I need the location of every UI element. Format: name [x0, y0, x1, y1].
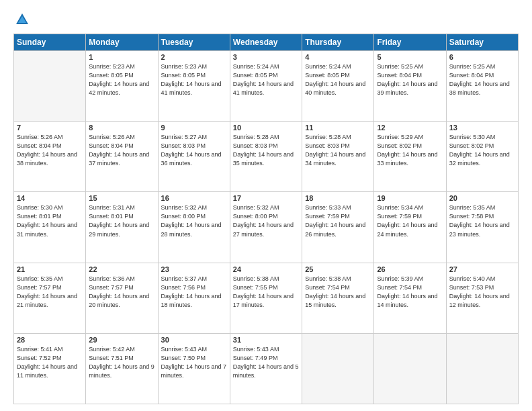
day-info: Sunrise: 5:32 AM Sunset: 8:00 PM Dayligh… — [161, 203, 227, 238]
day-info: Sunrise: 5:37 AM Sunset: 7:56 PM Dayligh… — [161, 275, 227, 310]
day-info: Sunrise: 5:33 AM Sunset: 7:59 PM Dayligh… — [305, 203, 371, 238]
day-cell: 11 Sunrise: 5:28 AM Sunset: 8:03 PM Dayl… — [302, 122, 374, 192]
day-number: 26 — [377, 265, 443, 273]
day-info: Sunrise: 5:23 AM Sunset: 8:05 PM Dayligh… — [89, 62, 154, 97]
day-info: Sunrise: 5:29 AM Sunset: 8:02 PM Dayligh… — [377, 133, 443, 168]
day-number: 28 — [17, 336, 83, 344]
day-number: 3 — [233, 53, 299, 61]
day-cell: 12 Sunrise: 5:29 AM Sunset: 8:02 PM Dayl… — [374, 122, 446, 192]
logo — [13, 12, 30, 27]
day-number: 31 — [233, 336, 299, 344]
week-row-3: 14 Sunrise: 5:30 AM Sunset: 8:01 PM Dayl… — [14, 192, 519, 263]
day-cell: 8 Sunrise: 5:26 AM Sunset: 8:04 PM Dayli… — [86, 122, 158, 192]
day-info: Sunrise: 5:28 AM Sunset: 8:03 PM Dayligh… — [305, 133, 371, 168]
calendar-table: SundayMondayTuesdayWednesdayThursdayFrid… — [13, 34, 519, 404]
day-info: Sunrise: 5:35 AM Sunset: 7:57 PM Dayligh… — [17, 275, 83, 310]
day-number: 17 — [233, 194, 299, 202]
day-cell: 22 Sunrise: 5:36 AM Sunset: 7:57 PM Dayl… — [86, 263, 158, 333]
day-info: Sunrise: 5:36 AM Sunset: 7:57 PM Dayligh… — [89, 275, 154, 310]
day-number: 15 — [89, 194, 154, 202]
day-info: Sunrise: 5:42 AM Sunset: 7:51 PM Dayligh… — [89, 345, 154, 380]
day-number: 22 — [89, 265, 154, 273]
day-cell: 5 Sunrise: 5:25 AM Sunset: 8:04 PM Dayli… — [374, 51, 446, 122]
day-number: 30 — [161, 336, 227, 344]
day-number: 1 — [89, 53, 154, 61]
day-cell: 14 Sunrise: 5:30 AM Sunset: 8:01 PM Dayl… — [14, 192, 86, 263]
day-cell — [302, 333, 374, 404]
day-number: 13 — [449, 124, 515, 132]
day-info: Sunrise: 5:23 AM Sunset: 8:05 PM Dayligh… — [161, 62, 227, 97]
day-cell: 10 Sunrise: 5:28 AM Sunset: 8:03 PM Dayl… — [230, 122, 302, 192]
day-cell: 15 Sunrise: 5:31 AM Sunset: 8:01 PM Dayl… — [86, 192, 158, 263]
day-cell: 13 Sunrise: 5:30 AM Sunset: 8:02 PM Dayl… — [446, 122, 518, 192]
day-number: 19 — [377, 194, 443, 202]
col-header-thursday: Thursday — [302, 34, 374, 51]
day-info: Sunrise: 5:24 AM Sunset: 8:05 PM Dayligh… — [305, 62, 371, 97]
day-cell: 20 Sunrise: 5:35 AM Sunset: 7:58 PM Dayl… — [446, 192, 518, 263]
day-cell: 6 Sunrise: 5:25 AM Sunset: 8:04 PM Dayli… — [446, 51, 518, 122]
day-info: Sunrise: 5:38 AM Sunset: 7:54 PM Dayligh… — [305, 275, 371, 310]
day-info: Sunrise: 5:28 AM Sunset: 8:03 PM Dayligh… — [233, 133, 299, 168]
day-info: Sunrise: 5:26 AM Sunset: 8:04 PM Dayligh… — [89, 133, 154, 168]
day-number: 16 — [161, 194, 227, 202]
day-cell — [14, 51, 86, 122]
col-header-saturday: Saturday — [446, 34, 518, 51]
day-number: 10 — [233, 124, 299, 132]
day-cell: 7 Sunrise: 5:26 AM Sunset: 8:04 PM Dayli… — [14, 122, 86, 192]
day-cell: 9 Sunrise: 5:27 AM Sunset: 8:03 PM Dayli… — [158, 122, 230, 192]
day-info: Sunrise: 5:27 AM Sunset: 8:03 PM Dayligh… — [161, 133, 227, 168]
day-cell: 25 Sunrise: 5:38 AM Sunset: 7:54 PM Dayl… — [302, 263, 374, 333]
day-info: Sunrise: 5:32 AM Sunset: 8:00 PM Dayligh… — [233, 203, 299, 238]
day-info: Sunrise: 5:24 AM Sunset: 8:05 PM Dayligh… — [233, 62, 299, 97]
day-number: 2 — [161, 53, 227, 61]
day-info: Sunrise: 5:39 AM Sunset: 7:54 PM Dayligh… — [377, 275, 443, 310]
day-number: 12 — [377, 124, 443, 132]
day-cell: 28 Sunrise: 5:41 AM Sunset: 7:52 PM Dayl… — [14, 333, 86, 404]
day-info: Sunrise: 5:41 AM Sunset: 7:52 PM Dayligh… — [17, 345, 83, 380]
day-cell: 4 Sunrise: 5:24 AM Sunset: 8:05 PM Dayli… — [302, 51, 374, 122]
day-number: 8 — [89, 124, 154, 132]
day-cell — [374, 333, 446, 404]
week-row-1: 1 Sunrise: 5:23 AM Sunset: 8:05 PM Dayli… — [14, 51, 519, 122]
day-info: Sunrise: 5:43 AM Sunset: 7:49 PM Dayligh… — [233, 345, 299, 380]
day-cell: 27 Sunrise: 5:40 AM Sunset: 7:53 PM Dayl… — [446, 263, 518, 333]
day-cell: 19 Sunrise: 5:34 AM Sunset: 7:59 PM Dayl… — [374, 192, 446, 263]
day-cell: 23 Sunrise: 5:37 AM Sunset: 7:56 PM Dayl… — [158, 263, 230, 333]
day-info: Sunrise: 5:25 AM Sunset: 8:04 PM Dayligh… — [377, 62, 443, 97]
day-number: 7 — [17, 124, 83, 132]
day-info: Sunrise: 5:40 AM Sunset: 7:53 PM Dayligh… — [449, 275, 515, 310]
col-header-tuesday: Tuesday — [158, 34, 230, 51]
day-cell: 24 Sunrise: 5:38 AM Sunset: 7:55 PM Dayl… — [230, 263, 302, 333]
day-number: 25 — [305, 265, 371, 273]
logo-icon — [15, 12, 30, 27]
col-header-friday: Friday — [374, 34, 446, 51]
week-row-2: 7 Sunrise: 5:26 AM Sunset: 8:04 PM Dayli… — [14, 122, 519, 192]
day-cell: 3 Sunrise: 5:24 AM Sunset: 8:05 PM Dayli… — [230, 51, 302, 122]
day-number: 9 — [161, 124, 227, 132]
day-cell: 30 Sunrise: 5:43 AM Sunset: 7:50 PM Dayl… — [158, 333, 230, 404]
day-number: 24 — [233, 265, 299, 273]
day-number: 20 — [449, 194, 515, 202]
day-number: 21 — [17, 265, 83, 273]
week-row-5: 28 Sunrise: 5:41 AM Sunset: 7:52 PM Dayl… — [14, 333, 519, 404]
day-cell: 2 Sunrise: 5:23 AM Sunset: 8:05 PM Dayli… — [158, 51, 230, 122]
day-info: Sunrise: 5:26 AM Sunset: 8:04 PM Dayligh… — [17, 133, 83, 168]
day-number: 23 — [161, 265, 227, 273]
col-header-wednesday: Wednesday — [230, 34, 302, 51]
day-cell: 1 Sunrise: 5:23 AM Sunset: 8:05 PM Dayli… — [86, 51, 158, 122]
day-cell — [446, 333, 518, 404]
day-cell: 26 Sunrise: 5:39 AM Sunset: 7:54 PM Dayl… — [374, 263, 446, 333]
page-header — [13, 12, 519, 27]
day-info: Sunrise: 5:34 AM Sunset: 7:59 PM Dayligh… — [377, 203, 443, 238]
day-cell: 31 Sunrise: 5:43 AM Sunset: 7:49 PM Dayl… — [230, 333, 302, 404]
day-cell: 21 Sunrise: 5:35 AM Sunset: 7:57 PM Dayl… — [14, 263, 86, 333]
day-number: 14 — [17, 194, 83, 202]
day-info: Sunrise: 5:38 AM Sunset: 7:55 PM Dayligh… — [233, 275, 299, 310]
day-number: 27 — [449, 265, 515, 273]
col-header-sunday: Sunday — [14, 34, 86, 51]
day-cell: 17 Sunrise: 5:32 AM Sunset: 8:00 PM Dayl… — [230, 192, 302, 263]
day-info: Sunrise: 5:43 AM Sunset: 7:50 PM Dayligh… — [161, 345, 227, 380]
day-cell: 29 Sunrise: 5:42 AM Sunset: 7:51 PM Dayl… — [86, 333, 158, 404]
week-row-4: 21 Sunrise: 5:35 AM Sunset: 7:57 PM Dayl… — [14, 263, 519, 333]
day-info: Sunrise: 5:30 AM Sunset: 8:02 PM Dayligh… — [449, 133, 515, 168]
